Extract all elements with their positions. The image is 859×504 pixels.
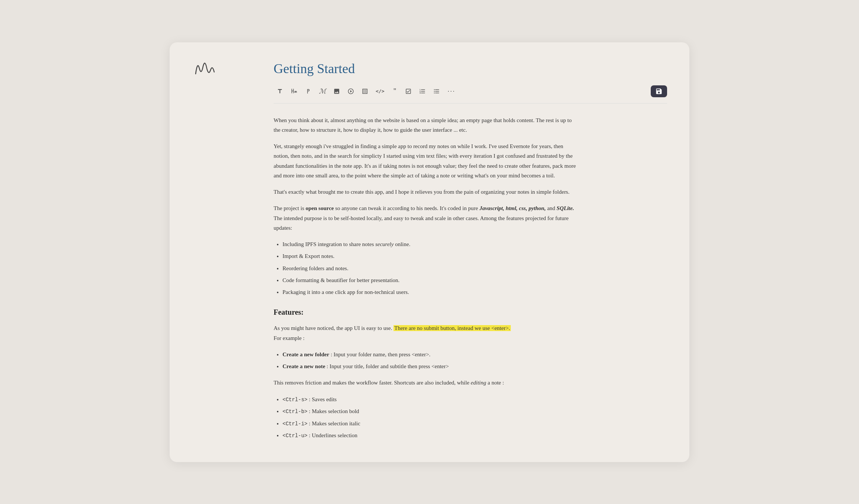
- features-example-list: Create a new folder : Input your folder …: [282, 350, 578, 372]
- checkbox-button[interactable]: [402, 85, 415, 97]
- list-item: Create a new note : Input your title, fo…: [282, 361, 578, 371]
- quote-button[interactable]: ": [389, 85, 401, 97]
- signature-button[interactable]: ℳ: [316, 85, 329, 97]
- list-item: <Ctrl-s> : Saves edits: [282, 395, 578, 405]
- list-item: Reordering folders and notes.: [282, 264, 578, 273]
- shortcuts-list: <Ctrl-s> : Saves edits <Ctrl-b> : Makes …: [282, 395, 578, 441]
- app-container: Getting Started ℳ: [170, 42, 689, 462]
- features-heading: Features:: [274, 306, 578, 319]
- list-item: <Ctrl-i> : Makes selection italic: [282, 419, 578, 429]
- save-button[interactable]: [651, 85, 667, 97]
- paragraph-2: Yet, strangely enough i've struggled in …: [274, 141, 578, 180]
- list-item: <Ctrl-b> : Makes selection bold: [282, 406, 578, 416]
- unordered-list-button[interactable]: [430, 85, 443, 97]
- paragraph-1: When you think about it, almost anything…: [274, 115, 578, 135]
- feature-list: Including IPFS integration to share note…: [282, 239, 578, 297]
- paragraph-3: That's exactly what brought me to create…: [274, 187, 578, 197]
- paragraph-open-source: The project is open source so anyone can…: [274, 203, 578, 233]
- features-intro-paragraph: As you might have noticed, the app UI is…: [274, 323, 578, 343]
- more-button[interactable]: ···: [444, 85, 458, 97]
- list-item: Packaging it into a one click app for no…: [282, 287, 578, 297]
- toolbar: ℳ </> ": [274, 85, 667, 104]
- paragraph-button[interactable]: [302, 85, 314, 97]
- list-item: Code formatting & beautifier for better …: [282, 275, 578, 285]
- body-content: When you think about it, almost anything…: [274, 115, 578, 441]
- ordered-list-button[interactable]: [416, 85, 429, 97]
- shortcuts-intro: This removes friction and makes the work…: [274, 378, 578, 387]
- code-button[interactable]: </>: [373, 85, 387, 97]
- list-item: Import & Export notes.: [282, 251, 578, 261]
- video-button[interactable]: [344, 85, 357, 97]
- table-button[interactable]: [359, 85, 371, 97]
- image-button[interactable]: [330, 85, 343, 97]
- list-item: Including IPFS integration to share note…: [282, 239, 578, 249]
- list-item: <Ctrl-u> : Underlines selection: [282, 431, 578, 441]
- heading-button[interactable]: [288, 85, 300, 97]
- list-item: Create a new folder : Input your folder …: [282, 350, 578, 359]
- text-format-button[interactable]: [274, 85, 286, 97]
- logo: [192, 57, 218, 82]
- content-area: Getting Started ℳ: [274, 61, 667, 441]
- page-title: Getting Started: [274, 61, 667, 76]
